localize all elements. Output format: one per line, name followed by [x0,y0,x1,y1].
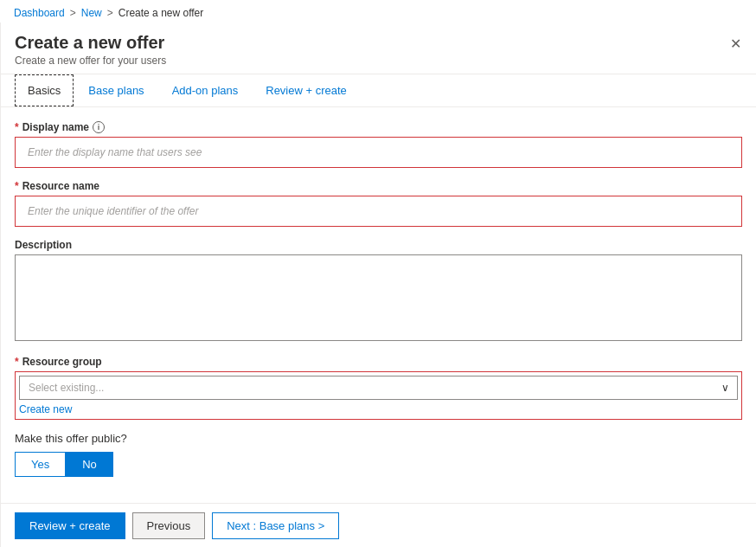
footer: Review + create Previous Next : Base pla… [1,503,756,547]
resource-group-group: * Resource group Select existing... ∨ Cr… [15,356,742,420]
resource-name-group: * Resource name [15,180,742,227]
description-label: Description [15,239,742,251]
no-button[interactable]: No [66,452,113,477]
tabs-container: Basics Base plans Add-on plans Review + … [1,74,756,107]
breadcrumb-sep-1: > [70,7,76,19]
resource-name-wrapper [15,196,742,227]
resource-group-label-text: Resource group [22,356,102,368]
resource-name-required-star: * [15,180,19,192]
yes-button[interactable]: Yes [15,452,66,477]
display-name-input[interactable] [19,141,738,164]
breadcrumb: Dashboard > New > Create a new offer [0,0,756,23]
tab-addon-plans[interactable]: Add-on plans [159,74,252,106]
resource-group-select-wrapper: Select existing... ∨ [19,376,738,400]
display-name-group: * Display name i [15,121,742,168]
display-name-required-star: * [15,121,19,133]
breadcrumb-sep-2: > [107,7,113,19]
previous-button[interactable]: Previous [132,512,206,539]
display-name-label-text: Display name [22,121,89,133]
resource-name-input[interactable] [19,200,738,222]
close-button[interactable]: ✕ [725,33,746,54]
breadcrumb-dashboard[interactable]: Dashboard [14,7,65,19]
form-content: * Display name i * Resource name [1,107,756,503]
resource-group-label: * Resource group [15,356,742,368]
page-container: Dashboard > New > Create a new offer Cre… [0,0,756,547]
review-create-button[interactable]: Review + create [15,512,125,539]
public-toggle-group: Make this offer public? Yes No [15,432,742,477]
public-toggle-label: Make this offer public? [15,432,742,445]
next-button[interactable]: Next : Base plans > [212,512,339,539]
tab-basics[interactable]: Basics [15,74,74,106]
display-name-label: * Display name i [15,121,742,133]
resource-group-select[interactable]: Select existing... [19,376,738,400]
display-name-wrapper [15,137,742,168]
description-textarea[interactable] [15,254,742,341]
resource-name-label: * Resource name [15,180,742,192]
resource-group-required-star: * [15,356,19,368]
breadcrumb-new[interactable]: New [81,7,102,19]
display-name-info-icon[interactable]: i [93,121,105,133]
page-subtitle: Create a new offer for your users [15,55,742,67]
tab-base-plans[interactable]: Base plans [75,74,157,106]
panel: Create a new offer Create a new offer fo… [0,23,756,547]
resource-name-label-text: Resource name [22,180,99,192]
description-label-text: Description [15,239,72,251]
toggle-buttons: Yes No [15,452,742,477]
create-new-link[interactable]: Create new [19,403,72,415]
panel-header: Create a new offer Create a new offer fo… [1,23,756,74]
resource-group-wrapper: Select existing... ∨ Create new [15,371,742,420]
tab-review-create[interactable]: Review + create [253,74,360,106]
description-group: Description [15,239,742,344]
breadcrumb-current: Create a new offer [119,7,204,19]
page-title: Create a new offer [15,33,742,53]
